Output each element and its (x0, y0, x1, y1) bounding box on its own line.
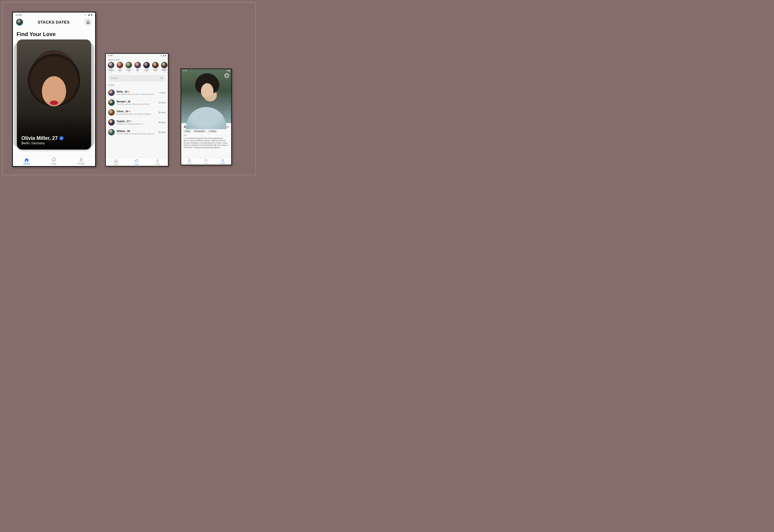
match-item[interactable]: Dianna25 (107, 62, 115, 73)
match-name: Jane (118, 69, 122, 71)
match-avatar (152, 62, 159, 68)
profile-icon (79, 157, 84, 162)
match-name: William (161, 69, 167, 71)
search-icon (160, 77, 163, 80)
nav-home-label: Home (114, 163, 119, 165)
match-avatar (117, 62, 123, 68)
home-icon (114, 159, 118, 163)
nav-profile[interactable]: Profile (155, 159, 160, 165)
card-name: Olivia Miller, 27 (21, 135, 63, 141)
chat-name: Betty , 32 (117, 90, 158, 93)
chat-avatar (108, 129, 115, 135)
user-avatar[interactable] (16, 19, 23, 26)
chat-row[interactable]: William , 29Let me check my schedule and… (108, 127, 165, 137)
chat-time: 35 mins (158, 131, 165, 133)
online-dot-icon (128, 91, 129, 92)
chat-time: 30 mins (158, 121, 165, 124)
svg-point-2 (52, 158, 55, 161)
bottom-nav: Home Chat Profile (13, 156, 95, 166)
match-name: Jullie (145, 69, 148, 71)
status-icons: ▾◢▮ (227, 70, 230, 72)
chat-snippet: That sounds like a lot of fun. Would you… (117, 93, 158, 95)
svg-rect-5 (165, 55, 166, 55)
interest-chip[interactable]: Photography (193, 130, 206, 133)
bio-label: BIO (181, 134, 231, 137)
chat-row[interactable]: Basquit , 28Sure, let's do that. When ar… (108, 98, 165, 107)
status-bar: 11:40 (13, 12, 95, 16)
nav-home[interactable]: Home (114, 159, 119, 165)
svg-point-7 (135, 159, 138, 162)
chat-avatar (108, 99, 115, 106)
profile-card[interactable]: Olivia Miller, 27 Berlin, Germany (17, 39, 91, 150)
search-placeholder: Search (111, 77, 118, 79)
bottom-nav: Home Chat Profile (181, 158, 231, 165)
camera-icon (226, 74, 228, 77)
search-input[interactable]: Search (108, 75, 165, 82)
interest-chip[interactable]: Hiking (183, 130, 191, 133)
svg-point-11 (205, 159, 207, 161)
chat-icon (51, 157, 56, 162)
battery-icon (91, 14, 93, 16)
chat-snippet: Sounds like a plan! Let's make it happen… (117, 113, 156, 115)
nav-profile-label: Profile (155, 163, 160, 165)
chat-icon (135, 159, 139, 163)
nav-chat-label: Chat (51, 162, 56, 165)
match-item[interactable]: William31 (160, 62, 168, 73)
camera-button[interactable] (224, 73, 229, 78)
nav-profile[interactable]: Profile (78, 157, 85, 165)
chat-name: William , 29 (117, 130, 156, 133)
nav-home[interactable]: Home (187, 159, 192, 164)
chat-row[interactable]: Oliver , 30 Sounds like a plan! Let's ma… (108, 107, 165, 117)
nav-chat[interactable]: Chat (51, 157, 57, 165)
card-stack: Olivia Miller, 27 Berlin, Germany (15, 39, 93, 152)
headline: Find Your Love (13, 28, 95, 39)
chat-avatar (108, 119, 115, 126)
battery-icon (165, 54, 166, 56)
match-avatar (108, 62, 114, 68)
status-time: 11:40 (107, 54, 112, 57)
matches-label: MATCHES (106, 57, 168, 62)
chat-name: Oliver , 30 (117, 110, 156, 113)
status-time: 11:40 (15, 13, 22, 16)
online-dot-icon (129, 111, 130, 112)
svg-point-12 (222, 159, 223, 160)
svg-rect-0 (91, 14, 92, 16)
match-name: Chiara (126, 69, 131, 71)
chat-time: 25 mins (158, 111, 165, 114)
nav-home[interactable]: Home (23, 157, 30, 165)
status-bar: 11:40 (106, 54, 168, 57)
match-age: 27 (155, 71, 156, 73)
chat-time: 10 mins (158, 102, 165, 104)
profile-screen: 11:40 ▾◢▮ Jacob Jones, 30 Edit HikingPho… (181, 69, 232, 165)
match-name: Dianna (108, 69, 114, 71)
match-item[interactable]: Jullie30 (143, 62, 151, 73)
interest-chip[interactable]: Cooking (207, 130, 217, 133)
nav-chat-label: Chat (135, 163, 139, 165)
match-age: 31 (163, 71, 165, 73)
app-title: STACKS DATES (38, 20, 70, 25)
nav-chat-label: Chat (204, 162, 208, 164)
nav-profile[interactable]: Profile (221, 159, 225, 164)
match-age: 29 (137, 71, 139, 73)
match-item[interactable]: Ella29 (134, 62, 142, 73)
notifications-button[interactable] (84, 18, 92, 26)
match-name: Ella (136, 69, 139, 71)
match-item[interactable]: Jane28 (116, 62, 124, 73)
nav-chat[interactable]: Chat (134, 159, 139, 165)
chat-row[interactable]: Sophie , 27 Definitely! Looking forward … (108, 117, 165, 127)
chat-label: CHAT (106, 83, 168, 87)
nav-chat[interactable]: Chat (204, 159, 208, 164)
chat-time: 5 mins (160, 92, 165, 94)
chat-avatar (108, 89, 115, 96)
matches-row[interactable]: Dianna25Jane28Chiara26Ella29Jullie30Oliv… (106, 62, 168, 73)
match-item[interactable]: Olivia27 (151, 62, 159, 73)
status-bar: 11:40 ▾◢▮ (182, 70, 230, 72)
chat-row[interactable]: Betty , 32 That sounds like a lot of fun… (108, 88, 165, 98)
match-name: Olivia (153, 69, 157, 71)
profile-icon (221, 159, 225, 162)
status-time: 11:40 (182, 70, 187, 72)
home-icon (24, 157, 29, 162)
signal-icon (87, 14, 90, 16)
match-item[interactable]: Chiara26 (125, 62, 133, 73)
home-icon (188, 159, 191, 162)
